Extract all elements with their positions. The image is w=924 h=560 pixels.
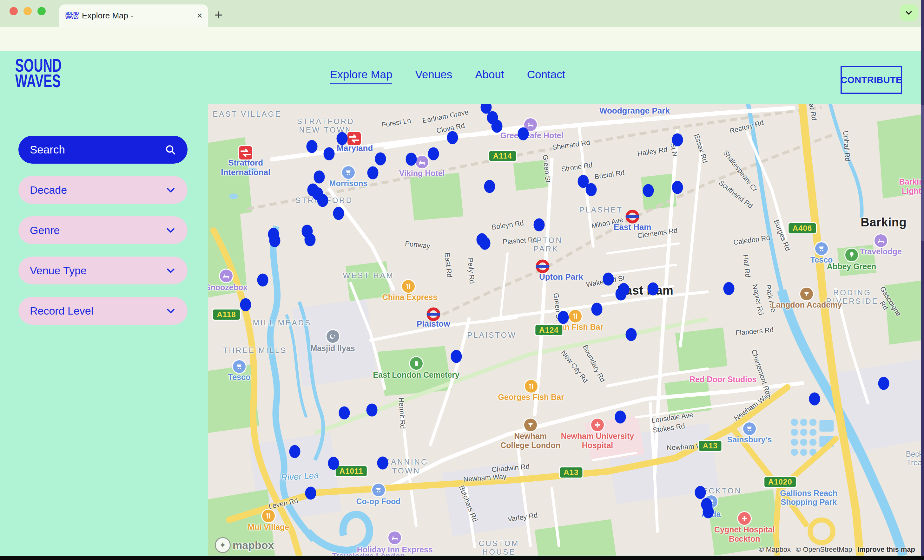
venue-marker[interactable] bbox=[694, 486, 706, 499]
poi-cart-icon bbox=[372, 484, 385, 496]
poi-bed-icon bbox=[874, 234, 887, 247]
venue-marker[interactable] bbox=[809, 392, 820, 405]
poi-tree-icon bbox=[845, 249, 858, 261]
contribute-button[interactable]: CONTRIBUTE bbox=[840, 66, 902, 94]
venue-marker[interactable] bbox=[672, 133, 683, 147]
venue-marker[interactable] bbox=[878, 377, 889, 390]
venue-marker[interactable] bbox=[314, 170, 325, 183]
browser-tab-strip: SOUNDWAVES Explore Map - × + bbox=[0, 0, 924, 27]
nav-link-venues[interactable]: Venues bbox=[415, 68, 452, 84]
tab-search-chevron-button[interactable] bbox=[900, 4, 918, 21]
venue-marker[interactable] bbox=[333, 207, 344, 220]
venue-marker[interactable] bbox=[324, 147, 335, 160]
venue-marker[interactable] bbox=[339, 406, 350, 419]
screen-bottom-edge bbox=[0, 556, 924, 560]
window-controls[interactable] bbox=[9, 7, 46, 15]
chevron-down-icon bbox=[165, 265, 176, 276]
venue-marker[interactable] bbox=[257, 273, 268, 286]
venue-marker[interactable] bbox=[269, 234, 280, 247]
venue-marker[interactable] bbox=[648, 283, 659, 295]
venue-marker[interactable] bbox=[591, 303, 602, 316]
filter-decade[interactable]: Decade bbox=[18, 176, 188, 204]
venue-marker[interactable] bbox=[428, 147, 439, 160]
venue-marker[interactable] bbox=[723, 282, 734, 295]
venue-marker[interactable] bbox=[558, 311, 569, 324]
nav-link-contact[interactable]: Contact bbox=[527, 68, 566, 84]
venue-marker[interactable] bbox=[479, 237, 490, 250]
page-scrollbar[interactable] bbox=[921, 0, 924, 560]
main-navigation: Explore MapVenuesAboutContact bbox=[330, 68, 565, 84]
minimize-window-button[interactable] bbox=[24, 7, 32, 15]
new-tab-button[interactable]: + bbox=[214, 7, 223, 23]
venue-marker[interactable] bbox=[317, 194, 328, 207]
venue-marker[interactable] bbox=[585, 183, 597, 196]
chevron-down-icon bbox=[165, 225, 176, 236]
venue-marker[interactable] bbox=[533, 218, 544, 231]
poi-cart-icon bbox=[815, 242, 828, 255]
browser-tab[interactable]: SOUNDWAVES Explore Map - × bbox=[59, 4, 208, 27]
venue-marker[interactable] bbox=[447, 131, 458, 144]
venue-marker[interactable] bbox=[603, 273, 614, 285]
improve-this-map-link[interactable]: Improve this map bbox=[857, 545, 915, 553]
venue-marker[interactable] bbox=[336, 132, 348, 145]
venue-marker[interactable] bbox=[375, 152, 386, 165]
mapbox-logo[interactable]: ✦ mapbox bbox=[215, 537, 274, 553]
venue-marker[interactable] bbox=[367, 166, 378, 180]
close-window-button[interactable] bbox=[9, 7, 18, 15]
explore-map-canvas[interactable]: EAST VILLAGESTRATFORD NEW TOWNSTRATFORDW… bbox=[208, 104, 921, 556]
poi-mosque-icon bbox=[327, 330, 339, 343]
poi-rest-icon bbox=[569, 310, 582, 322]
poi-grave-icon bbox=[410, 357, 423, 370]
road-shield: A1020 bbox=[764, 476, 797, 488]
poi-bed-icon bbox=[220, 270, 232, 282]
zoom-window-button[interactable] bbox=[38, 7, 46, 15]
poi-edu-icon bbox=[800, 287, 813, 300]
venue-marker[interactable] bbox=[305, 487, 316, 500]
map-base-layer bbox=[208, 104, 921, 556]
filter-venue-type[interactable]: Venue Type bbox=[18, 256, 188, 284]
venue-marker[interactable] bbox=[377, 456, 388, 469]
poi-cart-icon bbox=[743, 422, 756, 435]
poi-cross-icon bbox=[738, 512, 751, 525]
tab-close-icon[interactable]: × bbox=[197, 10, 202, 21]
search-input[interactable]: Search bbox=[18, 136, 188, 164]
venue-marker[interactable] bbox=[240, 298, 251, 311]
poi-bed-icon bbox=[388, 532, 401, 544]
poi-cart-icon bbox=[233, 360, 246, 373]
venue-marker[interactable] bbox=[491, 120, 502, 133]
filter-record-level[interactable]: Record Level bbox=[18, 297, 188, 325]
venue-marker[interactable] bbox=[306, 140, 318, 153]
poi-cross-icon bbox=[591, 419, 604, 431]
chevron-down-icon bbox=[904, 9, 913, 17]
venue-marker[interactable] bbox=[642, 184, 654, 197]
road-shield: A1011 bbox=[335, 465, 368, 477]
nav-link-explore-map[interactable]: Explore Map bbox=[330, 68, 392, 84]
map-attribution[interactable]: © Mapbox © OpenStreetMap Improve this ma… bbox=[759, 545, 915, 554]
venue-marker[interactable] bbox=[451, 350, 462, 363]
venue-marker[interactable] bbox=[405, 153, 417, 166]
venue-marker[interactable] bbox=[672, 181, 683, 194]
road-shield: A118 bbox=[212, 308, 240, 320]
venue-marker[interactable] bbox=[366, 404, 378, 417]
scrollbar-thumb[interactable] bbox=[921, 105, 924, 241]
filter-genre[interactable]: Genre bbox=[18, 216, 188, 244]
venue-marker[interactable] bbox=[702, 505, 714, 518]
road-shield: A406 bbox=[788, 222, 817, 234]
poi-rest-icon bbox=[525, 380, 537, 392]
soundwaves-logo[interactable]: SOUNDWAVES bbox=[15, 58, 62, 89]
nav-link-about[interactable]: About bbox=[475, 68, 504, 84]
tab-title: Explore Map - bbox=[82, 11, 194, 21]
venue-marker[interactable] bbox=[615, 410, 626, 423]
filter-sidebar: Search DecadeGenreVenue TypeRecord Level bbox=[0, 104, 208, 556]
venue-marker[interactable] bbox=[626, 328, 636, 341]
venue-marker[interactable] bbox=[328, 457, 339, 470]
venue-marker[interactable] bbox=[304, 233, 315, 246]
venue-marker[interactable] bbox=[518, 127, 529, 141]
browser-toolbar: soundwavesnewham.co.uk/explore-map/ ◖ Ne… bbox=[0, 27, 924, 51]
venue-marker[interactable] bbox=[618, 283, 630, 296]
rail-station-icon bbox=[348, 132, 361, 145]
venue-marker[interactable] bbox=[484, 180, 495, 193]
chevron-down-icon bbox=[165, 184, 176, 195]
venue-marker[interactable] bbox=[290, 445, 300, 458]
search-icon bbox=[165, 144, 176, 156]
